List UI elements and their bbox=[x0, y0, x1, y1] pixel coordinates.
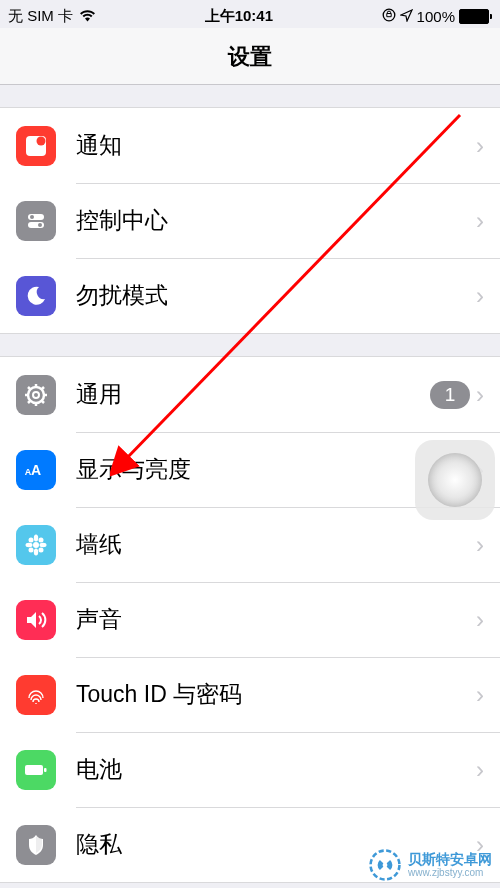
svg-point-22 bbox=[26, 542, 33, 546]
status-bar: 无 SIM 卡 上午10:41 100% bbox=[0, 0, 500, 28]
svg-point-31 bbox=[371, 851, 400, 880]
row-dnd[interactable]: 勿扰模式 › bbox=[0, 258, 500, 333]
chevron-right-icon: › bbox=[476, 756, 484, 784]
svg-text:A: A bbox=[31, 462, 41, 478]
row-label: 电池 bbox=[76, 754, 470, 785]
privacy-icon bbox=[16, 825, 56, 865]
battery-icon bbox=[16, 750, 56, 790]
row-label: 墙纸 bbox=[76, 529, 470, 560]
row-label: 通知 bbox=[76, 130, 470, 161]
row-label: 显示与亮度 bbox=[76, 454, 470, 485]
touchid-icon bbox=[16, 675, 56, 715]
row-label: 控制中心 bbox=[76, 205, 470, 236]
status-right: 100% bbox=[382, 8, 492, 25]
svg-rect-29 bbox=[44, 768, 47, 772]
svg-point-24 bbox=[29, 537, 34, 542]
settings-screen: 无 SIM 卡 上午10:41 100% 设置 通知 bbox=[0, 0, 500, 888]
carrier-text: 无 SIM 卡 bbox=[8, 7, 73, 26]
row-battery[interactable]: 电池 › bbox=[0, 732, 500, 807]
svg-point-6 bbox=[38, 223, 42, 227]
chevron-right-icon: › bbox=[476, 381, 484, 409]
notification-badge: 1 bbox=[430, 381, 470, 409]
page-title: 设置 bbox=[228, 44, 272, 69]
row-sounds[interactable]: 声音 › bbox=[0, 582, 500, 657]
watermark-url: www.zjbstyy.com bbox=[408, 867, 492, 878]
svg-point-21 bbox=[34, 548, 38, 555]
dnd-icon bbox=[16, 276, 56, 316]
svg-line-16 bbox=[42, 387, 44, 389]
row-label: 通用 bbox=[76, 379, 430, 410]
chevron-right-icon: › bbox=[476, 681, 484, 709]
control-center-icon bbox=[16, 201, 56, 241]
svg-point-19 bbox=[33, 542, 39, 548]
row-control-center[interactable]: 控制中心 › bbox=[0, 183, 500, 258]
svg-point-27 bbox=[39, 547, 44, 552]
orientation-lock-icon bbox=[382, 8, 396, 25]
nav-header: 设置 bbox=[0, 28, 500, 85]
chevron-right-icon: › bbox=[476, 531, 484, 559]
watermark-brand: 贝斯特安卓网 bbox=[408, 852, 492, 867]
general-icon bbox=[16, 375, 56, 415]
svg-point-8 bbox=[33, 392, 39, 398]
row-label: 勿扰模式 bbox=[76, 280, 470, 311]
display-icon: AA bbox=[16, 450, 56, 490]
assistive-touch-button[interactable] bbox=[415, 440, 495, 520]
svg-point-2 bbox=[37, 136, 46, 145]
battery-pct: 100% bbox=[417, 8, 455, 25]
watermark-logo-icon bbox=[368, 848, 402, 882]
row-touch-id[interactable]: Touch ID 与密码 › bbox=[0, 657, 500, 732]
svg-point-7 bbox=[28, 387, 44, 403]
row-notifications[interactable]: 通知 › bbox=[0, 108, 500, 183]
battery-icon bbox=[459, 9, 492, 24]
chevron-right-icon: › bbox=[476, 282, 484, 310]
svg-point-25 bbox=[39, 537, 44, 542]
svg-point-26 bbox=[29, 547, 34, 552]
svg-text:A: A bbox=[25, 467, 32, 477]
svg-line-13 bbox=[28, 387, 30, 389]
row-label: Touch ID 与密码 bbox=[76, 679, 470, 710]
sounds-icon bbox=[16, 600, 56, 640]
svg-rect-28 bbox=[25, 765, 43, 775]
notifications-icon bbox=[16, 126, 56, 166]
chevron-right-icon: › bbox=[476, 132, 484, 160]
settings-group-1: 通知 › 控制中心 › 勿扰模式 › bbox=[0, 107, 500, 334]
svg-point-20 bbox=[34, 534, 38, 541]
svg-point-23 bbox=[40, 542, 47, 546]
chevron-right-icon: › bbox=[476, 207, 484, 235]
row-label: 声音 bbox=[76, 604, 470, 635]
chevron-right-icon: › bbox=[476, 606, 484, 634]
wifi-icon bbox=[79, 8, 96, 25]
row-general[interactable]: 通用 1 › bbox=[0, 357, 500, 432]
settings-group-2: 通用 1 › AA 显示与亮度 › 墙纸 › 声音 › bbox=[0, 356, 500, 883]
assistive-touch-inner bbox=[428, 453, 482, 507]
status-time: 上午10:41 bbox=[205, 7, 273, 26]
wallpaper-icon bbox=[16, 525, 56, 565]
watermark: 贝斯特安卓网 www.zjbstyy.com bbox=[368, 848, 492, 882]
svg-point-4 bbox=[30, 215, 34, 219]
svg-line-14 bbox=[42, 401, 44, 403]
location-icon bbox=[400, 8, 413, 25]
svg-line-15 bbox=[28, 401, 30, 403]
status-left: 无 SIM 卡 bbox=[8, 7, 96, 26]
